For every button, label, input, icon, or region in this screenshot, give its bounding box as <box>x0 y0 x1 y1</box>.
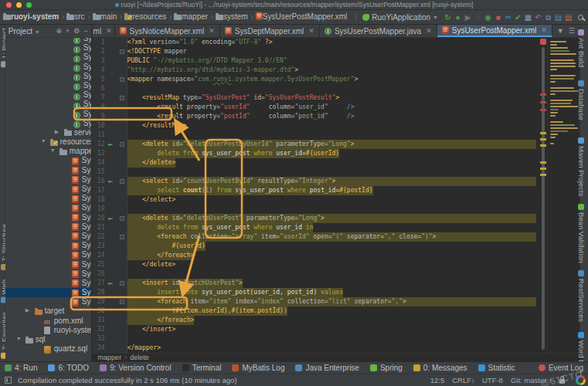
code-line-5[interactable]: <mapper namespace="com.ruoyi.system.mapp… <box>127 75 539 84</box>
tree-item-resources[interactable]: ▼resources <box>5 137 91 147</box>
tree-item-SysRoleDeptMapper.xml[interactable]: SysRoleDeptMapper.xml <box>5 241 91 250</box>
code-line-26[interactable] <box>127 269 539 279</box>
chevron-down-icon[interactable]: ▼ <box>557 27 564 35</box>
tree-item-SysDictDataMapper.xml[interactable]: SysDictDataMapper.xml <box>5 175 91 185</box>
tree-item-SysUserMapper.xml[interactable]: SysUserMapper.xml <box>5 269 91 279</box>
doc-orange-icon[interactable]: ▤ <box>563 12 573 22</box>
terminal-toolwindow[interactable]: Terminal <box>182 364 222 372</box>
fold-marker-icon[interactable] <box>120 49 124 54</box>
stop-icon[interactable]: ■ <box>493 12 503 22</box>
git-branch-selector[interactable]: Git: master ↕ <box>511 376 552 384</box>
profiler-icon[interactable]: ◌ <box>473 12 483 22</box>
tree-item-SysDeptMapper.xml[interactable]: SysDeptMapper.xml <box>5 166 91 175</box>
tree-item-sql[interactable]: ▼sql <box>5 335 91 344</box>
breadcrumb-resources[interactable]: resources› <box>124 12 172 21</box>
tree-item-SysUserRoleMapper[interactable]: ISysUserRoleMapper <box>5 119 91 128</box>
code-line-10[interactable]: </resultMap> <box>127 121 539 130</box>
java-enterprise-toolwindow[interactable]: Java Enterprise <box>295 364 359 372</box>
code-line-2[interactable]: <!DOCTYPE mapper <box>127 47 539 56</box>
tree-item-SysRoleMenuMapper.xml[interactable]: SysRoleMenuMapper.xml <box>5 260 91 269</box>
tree-item-SysNoticeMapper.xml[interactable]: SysNoticeMapper.xml <box>5 213 91 222</box>
code-line-24[interactable]: </foreach> <box>127 251 539 260</box>
scrollbar-thumb[interactable] <box>542 47 545 350</box>
xml-breadcrumb-delete[interactable]: delete <box>130 354 149 361</box>
code-line-28[interactable]: insert into sys_user_post(user_id, post_… <box>127 288 539 297</box>
code-line-27[interactable]: <insert id="batchUserPost"> <box>127 279 539 288</box>
tree-expand-arrow[interactable]: ▶ <box>25 307 29 313</box>
fold-marker-icon[interactable] <box>120 216 124 221</box>
mybatis-navigate-icon[interactable]: ← <box>108 279 113 288</box>
toolwindow-button-bean-validation[interactable]: Bean Validation <box>577 204 586 263</box>
code-line-34[interactable]: </mapper> <box>127 344 539 353</box>
tree-item-SysDictTypeMapper.xml[interactable]: SysDictTypeMapper.xml <box>5 185 91 194</box>
tree-item-SysUserMapper[interactable]: ISysUserMapper <box>5 90 91 100</box>
statistic-toolwindow[interactable]: Statistic <box>478 364 515 372</box>
tree-item-target[interactable]: ▶target <box>5 306 91 316</box>
hide-panel-icon[interactable]: − <box>83 27 87 35</box>
tab-list-icon[interactable]: ☰ <box>569 27 575 35</box>
event-log-toolwindow[interactable]: Event Log <box>539 364 583 372</box>
tree-item-SysUserOnlineMapper[interactable]: ISysUserOnlineMapper <box>5 100 91 109</box>
toolwindow-button-database[interactable]: Database <box>577 80 586 120</box>
messages-toolwindow[interactable]: 0: Messages <box>413 364 467 372</box>
code-line-3[interactable]: PUBLIC "-//mybatis.org//DTD Mapper 3.0//… <box>127 56 539 66</box>
run-toolwindow[interactable]: 4: Run <box>5 364 37 372</box>
tree-expand-arrow[interactable]: ▼ <box>41 138 46 144</box>
tree-item-SysNoticeMapper[interactable]: ISysNoticeMapper <box>5 38 91 43</box>
editor-tab-SysDeptMapper.xml[interactable]: SysDeptMapper.xml✕ <box>220 25 320 37</box>
code-line-14[interactable]: </delete> <box>127 158 539 168</box>
mybatis-log-toolwindow[interactable]: MyBatis Log <box>232 364 284 372</box>
mybatis-navigate-icon[interactable]: ← <box>108 177 113 186</box>
fold-marker-icon[interactable] <box>120 77 124 82</box>
code-line-32[interactable]: </insert> <box>127 325 539 334</box>
collapse-all-icon[interactable]: + <box>66 27 70 35</box>
rollback-icon[interactable]: ↶ <box>533 12 543 22</box>
mybatis-navigate-icon[interactable]: ← <box>108 140 113 149</box>
tab-close-icon[interactable]: ✕ <box>541 26 547 34</box>
mybatis-navigate-icon[interactable]: ← <box>108 214 113 223</box>
vcs-commit-icon[interactable]: ✔ <box>513 12 523 22</box>
tree-expand-arrow[interactable]: ▼ <box>50 147 56 153</box>
tree-item-mapper.system[interactable]: ▼mapper.system <box>5 147 91 156</box>
error-stripe-scrollbar[interactable] <box>539 38 547 353</box>
code-line-11[interactable] <box>127 130 539 140</box>
code-line-22[interactable]: <foreach collection="array" item="userId… <box>127 232 539 242</box>
code-line-33[interactable] <box>127 334 539 344</box>
code-line-21[interactable]: delete from sys_user_post where user_id … <box>127 223 539 232</box>
tree-expand-arrow[interactable]: ▶ <box>55 129 59 135</box>
tree-item-SysOperLogMapper.xml[interactable]: SysOperLogMapper.xml <box>5 222 91 232</box>
editor-tab-SysUserPostMapper.java[interactable]: ISysUserPostMapper.java✕ <box>320 25 437 37</box>
tree-expand-arrow[interactable]: ▼ <box>16 336 22 341</box>
code-line-29[interactable]: <foreach item="item" index="index" colle… <box>127 297 539 306</box>
tree-item-SysOperLogMapper[interactable]: ISysOperLogMapper <box>5 43 91 52</box>
todo-toolwindow[interactable]: 6: TODO <box>48 364 89 372</box>
code-line-8[interactable]: <result property="userId" column="user_i… <box>127 103 539 112</box>
tree-item-SysUserPostMapper.xml[interactable]: SysUserPostMapper.xml <box>5 288 91 297</box>
diff-icon[interactable]: ⧉ <box>543 12 553 22</box>
breadcrumb-main[interactable]: main› <box>93 12 123 21</box>
code-line-18[interactable]: </select> <box>127 195 539 205</box>
tree-item-service[interactable]: ▶service <box>5 128 91 137</box>
breadcrumb-ruoyi-system[interactable]: ruoyi-system› <box>3 12 64 21</box>
settings-gear-icon[interactable]: ⚙ <box>73 27 80 35</box>
tree-item-SysUserPostMapper[interactable]: ISysUserPostMapper <box>5 110 91 119</box>
tree-item-SysRoleMapper[interactable]: ISysRoleMapper <box>5 72 91 81</box>
run-config-selector[interactable]: RuoYiApplication ▼ <box>362 13 438 22</box>
project-view-selector[interactable]: Project ▼ <box>8 27 40 36</box>
version-control-toolwindow[interactable]: 9: Version Control <box>100 364 172 372</box>
code-line-12[interactable]: <delete id="deleteUserPostByUserId" para… <box>127 140 539 149</box>
fold-marker-icon[interactable] <box>120 300 124 304</box>
code-line-9[interactable]: <result property="postId" column="post_i… <box>127 112 539 121</box>
code-line-7[interactable]: <resultMap type="SysUserPost" id="SysUse… <box>127 93 539 103</box>
fold-marker-icon[interactable] <box>120 179 124 184</box>
code-line-17[interactable]: select count(1) from sys_user_post where… <box>127 186 539 195</box>
editor-tab-SysNoticeMapper.xml[interactable]: SysNoticeMapper.xml✕ <box>115 25 220 37</box>
tree-item-SysPostMapper.xml[interactable]: SysPostMapper.xml <box>5 232 91 241</box>
toolwindow-button-maven-projects[interactable]: Maven Projects <box>577 137 586 196</box>
line-ending-selector[interactable]: CRLF↕ <box>452 376 474 384</box>
code-area[interactable]: <?xml version="1.0" encoding="UTF-8" ?><… <box>127 38 539 353</box>
code-line-13[interactable]: delete from sys_user_post where user_id=… <box>127 149 539 158</box>
tree-item-pom.xml[interactable]: mpom.xml <box>5 317 91 326</box>
run-icon[interactable]: ▶ <box>463 12 473 22</box>
doc-blue-icon[interactable]: ▤ <box>553 12 563 22</box>
